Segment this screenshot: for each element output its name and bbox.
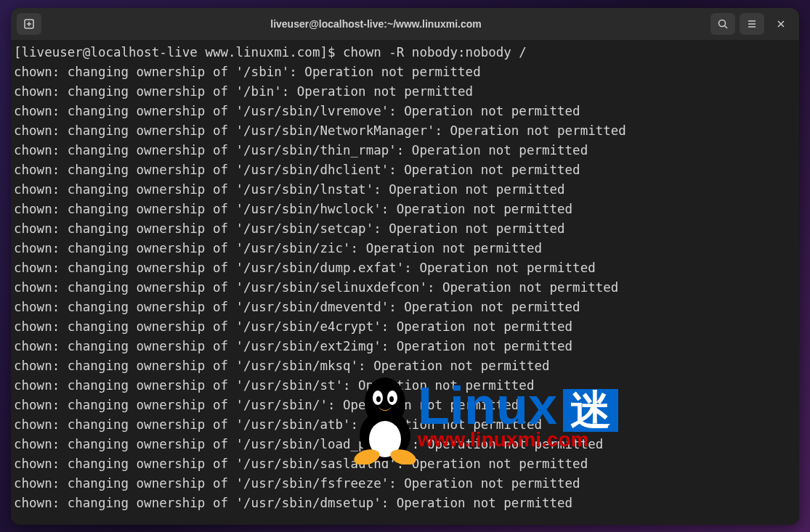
terminal-content[interactable]: [liveuser@localhost-live www.linuxmi.com…: [11, 40, 799, 525]
terminal-output-line: chown: changing ownership of '/usr/sbin/…: [14, 396, 796, 415]
terminal-output-line: chown: changing ownership of '/usr/sbin/…: [14, 180, 796, 200]
new-tab-button[interactable]: [17, 13, 41, 35]
search-button[interactable]: [710, 13, 735, 35]
terminal-output-line: chown: changing ownership of '/usr/sbin/…: [14, 415, 796, 435]
terminal-output-line: chown: changing ownership of '/usr/sbin/…: [14, 141, 796, 160]
terminal-output-line: chown: changing ownership of '/usr/sbin/…: [14, 435, 796, 454]
terminal-output-line: chown: changing ownership of '/usr/sbin/…: [14, 317, 796, 337]
terminal-output-line: chown: changing ownership of '/usr/sbin/…: [14, 278, 796, 298]
terminal-output-line: chown: changing ownership of '/usr/sbin/…: [14, 494, 796, 513]
terminal-prompt-line: [liveuser@localhost-live www.linuxmi.com…: [14, 43, 796, 62]
terminal-output-line: chown: changing ownership of '/usr/sbin/…: [14, 258, 796, 278]
terminal-output-line: chown: changing ownership of '/usr/sbin/…: [14, 102, 796, 121]
window-title: liveuser@localhost-live:~/www.linuxmi.co…: [41, 18, 710, 30]
terminal-output-line: chown: changing ownership of '/usr/sbin/…: [14, 356, 796, 376]
terminal-output-line: chown: changing ownership of '/usr/sbin/…: [14, 160, 796, 180]
terminal-output-line: chown: changing ownership of '/bin': Ope…: [14, 82, 796, 102]
close-button[interactable]: [769, 13, 793, 35]
terminal-output-line: chown: changing ownership of '/usr/sbin/…: [14, 376, 796, 396]
terminal-output-line: chown: changing ownership of '/usr/sbin/…: [14, 474, 796, 494]
plus-box-icon: [23, 18, 35, 30]
svg-line-4: [725, 25, 728, 28]
hamburger-icon: [746, 18, 758, 30]
terminal-output-line: chown: changing ownership of '/usr/sbin/…: [14, 121, 796, 141]
terminal-output-line: chown: changing ownership of '/usr/sbin/…: [14, 219, 796, 239]
terminal-output-line: chown: changing ownership of '/usr/sbin/…: [14, 298, 796, 317]
svg-point-3: [719, 20, 726, 26]
terminal-output-line: chown: changing ownership of '/usr/sbin/…: [14, 239, 796, 258]
terminal-output-line: chown: changing ownership of '/usr/sbin/…: [14, 454, 796, 474]
search-icon: [717, 18, 729, 30]
terminal-window: liveuser@localhost-live:~/www.linuxmi.co…: [11, 8, 799, 525]
titlebar: liveuser@localhost-live:~/www.linuxmi.co…: [11, 8, 799, 40]
close-icon: [776, 19, 786, 29]
menu-button[interactable]: [740, 13, 764, 35]
terminal-output-line: chown: changing ownership of '/usr/sbin/…: [14, 200, 796, 219]
terminal-output-line: chown: changing ownership of '/usr/sbin/…: [14, 337, 796, 356]
terminal-output-line: chown: changing ownership of '/sbin': Op…: [14, 62, 796, 82]
